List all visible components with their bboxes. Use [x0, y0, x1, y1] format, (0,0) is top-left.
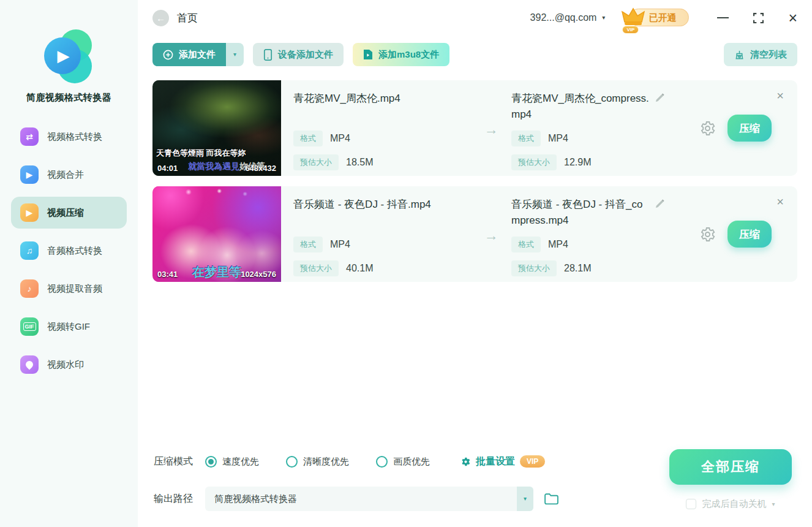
settings-button[interactable]: [699, 226, 716, 243]
mode-label: 压缩模式: [154, 455, 193, 468]
compression-mode-row: 压缩模式 速度优先 清晰度优先 画质优先: [154, 449, 665, 474]
sidebar-item-audio-convert[interactable]: ♫ 音频格式转换: [11, 235, 127, 267]
select-caret-button[interactable]: ▾: [517, 487, 533, 511]
auto-shutdown-toggle[interactable]: 完成后自动关机 ▾: [686, 498, 775, 510]
arrow-right-icon: →: [471, 227, 511, 244]
sidebar-item-video-to-gif[interactable]: GIF 视频转GIF: [11, 311, 127, 343]
plus-circle-icon: [163, 50, 173, 60]
sidebar-item-video-merge[interactable]: ▶ 视频合并: [11, 159, 127, 191]
est-size-value: 28.1M: [564, 263, 591, 274]
sidebar-item-watermark[interactable]: 视频水印: [11, 349, 127, 381]
file-row: 在梦里等 03:41 1024x576 音乐频道 - 夜色DJ - 抖音.mp4…: [152, 186, 797, 282]
pencil-icon: [655, 93, 665, 103]
video-to-gif-icon: GIF: [20, 317, 39, 336]
video-file-icon: [363, 49, 373, 60]
radio-quality-priority[interactable]: 画质优先: [376, 456, 430, 468]
logo-play-icon: ▶: [58, 48, 70, 64]
format-value: MP4: [548, 239, 568, 250]
account-menu[interactable]: 392...@qq.com ▾: [530, 12, 606, 23]
audio-convert-icon: ♫: [20, 241, 39, 260]
thumbnail-subtitle-line1: 天青色等煙雨 而我在等妳: [156, 148, 281, 159]
est-size-tag: 预估大小: [511, 154, 557, 170]
duration-badge: 03:41: [157, 270, 178, 279]
add-file-button[interactable]: 添加文件: [152, 43, 226, 66]
file-row-body: 青花瓷MV_周杰伦.mp4 格式 MP4 预估大小 18.5M → 青花瓷MV_…: [281, 80, 797, 176]
output-path-value: 简鹿视频格式转换器: [205, 493, 517, 505]
thumbnail-subtitle: 在梦里等: [192, 264, 241, 281]
resolution-badge: 648x432: [245, 164, 276, 173]
format-tag: 格式: [293, 131, 323, 146]
output-path-row: 输出路径 简鹿视频格式转换器 ▾: [154, 487, 665, 511]
logo-circle-blue: ▶: [44, 37, 81, 74]
sidebar-item-extract-audio[interactable]: ♪ 视频提取音频: [11, 273, 127, 305]
video-thumbnail[interactable]: 天青色等煙雨 而我在等妳 就當我為遇見妳伏筆 04:01 648x432: [152, 80, 281, 176]
browse-folder-button[interactable]: [544, 492, 559, 506]
sidebar-item-video-convert[interactable]: ⇄ 视频格式转换: [11, 121, 127, 153]
radio-speed-priority[interactable]: 速度优先: [205, 456, 259, 468]
format-tag: 格式: [293, 237, 323, 252]
minimize-icon: [717, 17, 729, 19]
maximize-button[interactable]: [753, 13, 764, 23]
output-path-select[interactable]: 简鹿视频格式转换器 ▾: [205, 487, 533, 511]
video-convert-icon: ⇄: [20, 127, 39, 146]
folder-icon: [544, 492, 559, 506]
settings-button[interactable]: [699, 120, 716, 137]
sidebar-nav: ⇄ 视频格式转换 ▶ 视频合并 ▶ 视频压缩 ♫ 音频格式转换 ♪ 视频提取音频…: [0, 121, 138, 381]
app-window: ▶ 简鹿视频格式转换器 ⇄ 视频格式转换 ▶ 视频合并 ▶ 视频压缩 ♫ 音频格…: [0, 0, 812, 527]
compress-button[interactable]: 压缩: [727, 221, 772, 248]
arrow-right-icon: →: [471, 121, 511, 138]
back-button[interactable]: ←: [152, 10, 169, 26]
chevron-down-icon: ▾: [772, 501, 775, 507]
rename-button[interactable]: [655, 199, 665, 211]
clear-list-button[interactable]: 清空列表: [724, 43, 797, 66]
chevron-down-icon: ▾: [233, 51, 236, 58]
format-tag: 格式: [511, 131, 541, 146]
sidebar-item-label: 视频压缩: [47, 207, 84, 219]
back-arrow-icon: ←: [156, 13, 165, 23]
topbar-right: 392...@qq.com ▾ VIP 已开通: [530, 10, 797, 26]
est-size-tag: 预估大小: [511, 260, 557, 276]
vip-pill: VIP: [520, 455, 545, 468]
close-button[interactable]: ×: [788, 10, 797, 26]
sidebar-item-label: 视频水印: [47, 359, 84, 371]
broom-icon: [734, 50, 745, 60]
compress-button[interactable]: 压缩: [727, 115, 772, 142]
est-size-tag: 预估大小: [293, 260, 339, 276]
output-file-info: 青花瓷MV_周杰伦_compress.mp4 格式 MP4 预估大小: [511, 80, 675, 176]
pencil-icon: [655, 199, 665, 209]
app-logo-icon: ▶: [42, 29, 97, 83]
sidebar-item-label: 视频合并: [47, 169, 84, 181]
file-row-body: 音乐频道 - 夜色DJ - 抖音.mp4 格式 MP4 预估大小 40.1M →…: [281, 186, 797, 282]
minimize-button[interactable]: [717, 17, 729, 19]
est-size-value: 18.5M: [346, 157, 373, 168]
remove-file-icon[interactable]: ×: [776, 195, 784, 208]
sidebar-item-video-compress[interactable]: ▶ 视频压缩: [11, 197, 127, 229]
radio-clarity-priority[interactable]: 清晰度优先: [286, 456, 349, 468]
resolution-badge: 1024x576: [241, 270, 276, 279]
add-file-split-button: 添加文件 ▾: [152, 43, 244, 66]
checkbox-icon[interactable]: [686, 499, 696, 509]
output-file-name: 青花瓷MV_周杰伦_compress.mp4: [511, 91, 651, 125]
radio-icon: [376, 456, 388, 468]
compress-all-button[interactable]: 全部压缩: [669, 449, 792, 485]
batch-settings-button[interactable]: 批量设置 VIP: [461, 455, 545, 468]
vip-badge[interactable]: VIP 已开通: [630, 12, 689, 24]
rename-button[interactable]: [655, 93, 665, 105]
footer: 压缩模式 速度优先 清晰度优先 画质优先: [152, 442, 797, 527]
sidebar-item-label: 视频转GIF: [47, 321, 90, 333]
add-file-dropdown-button[interactable]: ▾: [226, 43, 244, 66]
source-file-name: 音乐频道 - 夜色DJ - 抖音.mp4: [293, 197, 471, 231]
video-thumbnail[interactable]: 在梦里等 03:41 1024x576: [152, 186, 281, 282]
chevron-down-icon: ▾: [524, 496, 527, 502]
output-file-info: 音乐频道 - 夜色DJ - 抖音_compress.mp4 格式 MP4 预估大…: [511, 186, 675, 282]
source-file-info: 音乐频道 - 夜色DJ - 抖音.mp4 格式 MP4 预估大小 40.1M: [293, 186, 471, 282]
device-add-file-button[interactable]: 设备添加文件: [253, 43, 344, 66]
sidebar-item-label: 视频格式转换: [47, 131, 102, 143]
main-panel: ← 首页 392...@qq.com ▾ VIP 已开通: [138, 0, 812, 527]
remove-file-icon[interactable]: ×: [776, 89, 784, 102]
video-merge-icon: ▶: [20, 165, 39, 184]
account-email: 392...@qq.com: [530, 12, 597, 23]
sidebar-item-label: 音频格式转换: [47, 245, 102, 257]
output-path-label: 输出路径: [154, 493, 193, 506]
add-m3u8-button[interactable]: 添加m3u8文件: [353, 43, 449, 66]
